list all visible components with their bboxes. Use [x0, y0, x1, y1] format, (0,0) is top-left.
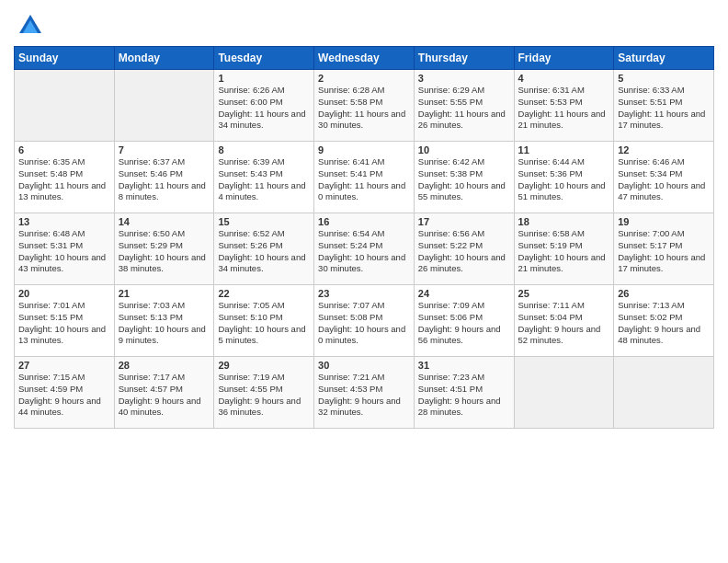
cell-content: Sunrise: 7:07 AMSunset: 5:08 PMDaylight:… [318, 300, 410, 347]
calendar-cell: 3Sunrise: 6:29 AMSunset: 5:55 PMDaylight… [414, 70, 514, 142]
calendar-cell: 9Sunrise: 6:41 AMSunset: 5:41 PMDaylight… [314, 142, 415, 213]
calendar-cell: 29Sunrise: 7:19 AMSunset: 4:55 PMDayligh… [214, 357, 314, 429]
day-number: 23 [318, 288, 410, 299]
day-number: 16 [318, 216, 410, 227]
day-number: 29 [218, 360, 310, 371]
day-number: 20 [18, 288, 110, 299]
day-number: 30 [318, 360, 410, 371]
calendar-cell: 18Sunrise: 6:58 AMSunset: 5:19 PMDayligh… [514, 213, 614, 285]
day-number: 5 [618, 73, 710, 84]
day-number: 26 [618, 288, 710, 299]
cell-content: Sunrise: 7:05 AMSunset: 5:10 PMDaylight:… [218, 300, 310, 347]
cell-content: Sunrise: 6:35 AMSunset: 5:48 PMDaylight:… [18, 156, 110, 203]
calendar-cell: 6Sunrise: 6:35 AMSunset: 5:48 PMDaylight… [15, 142, 115, 213]
cell-content: Sunrise: 6:28 AMSunset: 5:58 PMDaylight:… [318, 85, 410, 132]
calendar-cell: 17Sunrise: 6:56 AMSunset: 5:22 PMDayligh… [414, 213, 514, 285]
calendar-cell: 24Sunrise: 7:09 AMSunset: 5:06 PMDayligh… [414, 285, 514, 357]
cell-content: Sunrise: 7:21 AMSunset: 4:53 PMDaylight:… [318, 372, 410, 419]
day-number: 2 [318, 73, 410, 84]
calendar-cell: 14Sunrise: 6:50 AMSunset: 5:29 PMDayligh… [114, 213, 214, 285]
day-number: 27 [18, 360, 110, 371]
calendar-cell: 16Sunrise: 6:54 AMSunset: 5:24 PMDayligh… [314, 213, 415, 285]
header [14, 9, 714, 39]
day-number: 13 [18, 216, 110, 227]
cell-content: Sunrise: 6:26 AMSunset: 6:00 PMDaylight:… [218, 85, 310, 132]
logo [14, 13, 43, 39]
calendar-cell [614, 357, 714, 429]
calendar-cell [15, 70, 115, 142]
calendar-cell: 23Sunrise: 7:07 AMSunset: 5:08 PMDayligh… [314, 285, 415, 357]
cell-content: Sunrise: 7:09 AMSunset: 5:06 PMDaylight:… [418, 300, 510, 347]
calendar-cell: 30Sunrise: 7:21 AMSunset: 4:53 PMDayligh… [314, 357, 415, 429]
day-number: 22 [218, 288, 310, 299]
cell-content: Sunrise: 7:13 AMSunset: 5:02 PMDaylight:… [618, 300, 710, 347]
logo-icon [17, 13, 43, 39]
calendar-cell: 25Sunrise: 7:11 AMSunset: 5:04 PMDayligh… [514, 285, 614, 357]
weekday-header: Monday [114, 47, 214, 70]
cell-content: Sunrise: 7:03 AMSunset: 5:13 PMDaylight:… [119, 300, 210, 347]
day-number: 1 [218, 73, 310, 84]
day-number: 3 [418, 73, 510, 84]
cell-content: Sunrise: 6:33 AMSunset: 5:51 PMDaylight:… [618, 85, 710, 132]
cell-content: Sunrise: 7:01 AMSunset: 5:15 PMDaylight:… [18, 300, 110, 347]
day-number: 7 [119, 144, 210, 155]
cell-content: Sunrise: 6:46 AMSunset: 5:34 PMDaylight:… [618, 156, 710, 203]
calendar-cell: 21Sunrise: 7:03 AMSunset: 5:13 PMDayligh… [114, 285, 214, 357]
cell-content: Sunrise: 6:48 AMSunset: 5:31 PMDaylight:… [18, 228, 110, 275]
day-number: 18 [518, 216, 610, 227]
cell-content: Sunrise: 6:37 AMSunset: 5:46 PMDaylight:… [119, 156, 210, 203]
calendar-cell: 19Sunrise: 7:00 AMSunset: 5:17 PMDayligh… [614, 213, 714, 285]
weekday-header: Thursday [414, 47, 514, 70]
cell-content: Sunrise: 6:39 AMSunset: 5:43 PMDaylight:… [218, 156, 310, 203]
cell-content: Sunrise: 6:41 AMSunset: 5:41 PMDaylight:… [318, 156, 410, 203]
calendar-cell: 26Sunrise: 7:13 AMSunset: 5:02 PMDayligh… [614, 285, 714, 357]
weekday-header: Tuesday [214, 47, 314, 70]
weekday-header: Saturday [614, 47, 714, 70]
day-number: 15 [218, 216, 310, 227]
cell-content: Sunrise: 7:19 AMSunset: 4:55 PMDaylight:… [218, 372, 310, 419]
weekday-header: Sunday [15, 47, 115, 70]
calendar-cell: 4Sunrise: 6:31 AMSunset: 5:53 PMDaylight… [514, 70, 614, 142]
day-number: 31 [418, 360, 510, 371]
day-number: 24 [418, 288, 510, 299]
cell-content: Sunrise: 6:42 AMSunset: 5:38 PMDaylight:… [418, 156, 510, 203]
page-container: SundayMondayTuesdayWednesdayThursdayFrid… [0, 0, 728, 438]
day-number: 25 [518, 288, 610, 299]
day-number: 12 [618, 144, 710, 155]
calendar-cell: 1Sunrise: 6:26 AMSunset: 6:00 PMDaylight… [214, 70, 314, 142]
calendar-cell: 10Sunrise: 6:42 AMSunset: 5:38 PMDayligh… [414, 142, 514, 213]
day-number: 17 [418, 216, 510, 227]
cell-content: Sunrise: 6:29 AMSunset: 5:55 PMDaylight:… [418, 85, 510, 132]
cell-content: Sunrise: 7:23 AMSunset: 4:51 PMDaylight:… [418, 372, 510, 419]
calendar-cell: 8Sunrise: 6:39 AMSunset: 5:43 PMDaylight… [214, 142, 314, 213]
cell-content: Sunrise: 7:00 AMSunset: 5:17 PMDaylight:… [618, 228, 710, 275]
cell-content: Sunrise: 6:58 AMSunset: 5:19 PMDaylight:… [518, 228, 610, 275]
calendar-cell: 2Sunrise: 6:28 AMSunset: 5:58 PMDaylight… [314, 70, 415, 142]
calendar-cell: 28Sunrise: 7:17 AMSunset: 4:57 PMDayligh… [114, 357, 214, 429]
calendar-cell [114, 70, 214, 142]
calendar-cell: 11Sunrise: 6:44 AMSunset: 5:36 PMDayligh… [514, 142, 614, 213]
cell-content: Sunrise: 6:52 AMSunset: 5:26 PMDaylight:… [218, 228, 310, 275]
calendar-cell [514, 357, 614, 429]
calendar-cell: 12Sunrise: 6:46 AMSunset: 5:34 PMDayligh… [614, 142, 714, 213]
cell-content: Sunrise: 6:44 AMSunset: 5:36 PMDaylight:… [518, 156, 610, 203]
calendar-cell: 7Sunrise: 6:37 AMSunset: 5:46 PMDaylight… [114, 142, 214, 213]
weekday-header: Wednesday [314, 47, 415, 70]
calendar-cell: 13Sunrise: 6:48 AMSunset: 5:31 PMDayligh… [15, 213, 115, 285]
cell-content: Sunrise: 7:11 AMSunset: 5:04 PMDaylight:… [518, 300, 610, 347]
day-number: 6 [18, 144, 110, 155]
calendar-cell: 15Sunrise: 6:52 AMSunset: 5:26 PMDayligh… [214, 213, 314, 285]
calendar-cell: 22Sunrise: 7:05 AMSunset: 5:10 PMDayligh… [214, 285, 314, 357]
day-number: 28 [119, 360, 210, 371]
day-number: 11 [518, 144, 610, 155]
cell-content: Sunrise: 6:56 AMSunset: 5:22 PMDaylight:… [418, 228, 510, 275]
cell-content: Sunrise: 7:17 AMSunset: 4:57 PMDaylight:… [119, 372, 210, 419]
cell-content: Sunrise: 7:15 AMSunset: 4:59 PMDaylight:… [18, 372, 110, 419]
cell-content: Sunrise: 6:50 AMSunset: 5:29 PMDaylight:… [119, 228, 210, 275]
cell-content: Sunrise: 6:31 AMSunset: 5:53 PMDaylight:… [518, 85, 610, 132]
day-number: 10 [418, 144, 510, 155]
calendar-cell: 20Sunrise: 7:01 AMSunset: 5:15 PMDayligh… [15, 285, 115, 357]
day-number: 4 [518, 73, 610, 84]
calendar-cell: 27Sunrise: 7:15 AMSunset: 4:59 PMDayligh… [15, 357, 115, 429]
day-number: 8 [218, 144, 310, 155]
